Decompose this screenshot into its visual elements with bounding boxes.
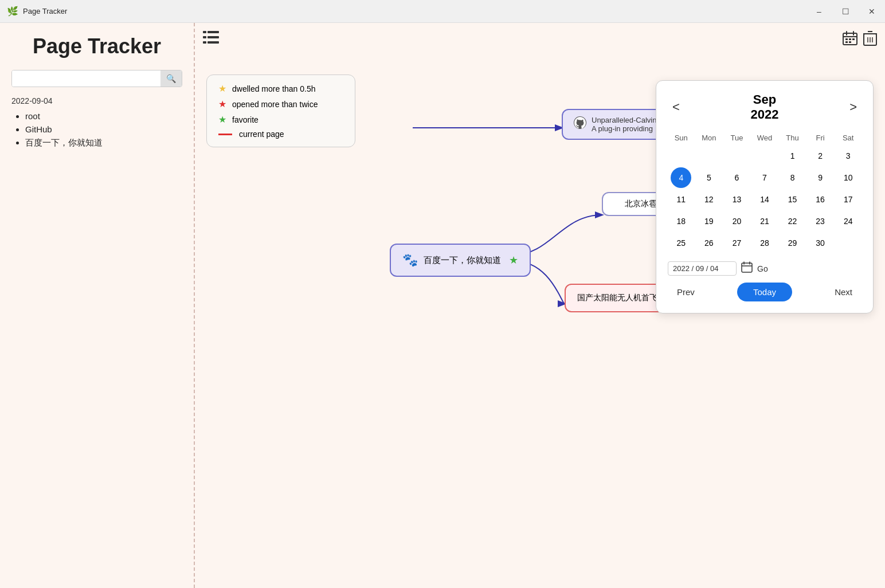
calendar-next-button[interactable]: Next — [825, 283, 861, 301]
cal-header-tue: Tue — [723, 131, 750, 144]
cal-header-sun: Sun — [668, 131, 695, 144]
cal-day-6[interactable]: 6 — [726, 167, 747, 188]
cal-day-23[interactable]: 23 — [810, 211, 831, 232]
calendar-panel: < Sep 2022 > Sun Mon Tue Wed Thu Fri Sat — [656, 80, 874, 313]
search-input[interactable] — [12, 70, 160, 87]
favorite-icon: ★ — [218, 114, 226, 125]
cal-day-11[interactable]: 11 — [671, 189, 691, 210]
cal-day-13[interactable]: 13 — [726, 189, 747, 210]
svg-rect-0 — [203, 31, 206, 33]
cal-day-1[interactable]: 1 — [782, 146, 803, 166]
date-label: 2022-09-04 — [11, 96, 182, 105]
calendar-go-button[interactable]: Go — [757, 264, 768, 273]
cal-header-thu: Thu — [779, 131, 806, 144]
cal-day-18[interactable]: 18 — [671, 211, 691, 232]
cal-day-17[interactable]: 17 — [838, 189, 859, 210]
cal-header-mon: Mon — [696, 131, 723, 144]
baidu-paw-icon: 🐾 — [402, 253, 418, 268]
cal-day-22[interactable]: 22 — [782, 211, 803, 232]
main-layout: Page Tracker 🔍 2022-09-04 root GitHub 百度… — [0, 23, 885, 588]
cal-day-8[interactable]: 8 — [782, 167, 803, 188]
current-label: current page — [239, 130, 284, 139]
sidebar-title: Page Tracker — [11, 34, 182, 58]
opened-icon: ★ — [218, 99, 226, 109]
cal-day-26[interactable]: 26 — [699, 233, 719, 253]
svg-rect-22 — [742, 263, 752, 272]
cal-day-21[interactable]: 21 — [754, 211, 775, 232]
titlebar: 🌿 Page Tracker – ☐ ✕ — [0, 0, 885, 23]
cal-day-7[interactable]: 7 — [754, 167, 775, 188]
cal-empty-4 — [754, 146, 775, 166]
calendar-date-input[interactable] — [668, 261, 737, 276]
cal-day-29[interactable]: 29 — [782, 233, 803, 253]
calendar-next-month-button[interactable]: > — [845, 100, 861, 115]
svg-rect-4 — [203, 41, 206, 44]
close-button[interactable]: ✕ — [859, 0, 885, 23]
cal-day-12[interactable]: 12 — [699, 189, 719, 210]
cal-day-14[interactable]: 14 — [754, 189, 775, 210]
cal-day-10[interactable]: 10 — [838, 167, 859, 188]
legend-item-favorite: ★ favorite — [218, 114, 343, 125]
legend-item-opened: ★ opened more than twice — [218, 99, 343, 109]
calendar-month: Sep — [751, 92, 779, 107]
cal-header-fri: Fri — [807, 131, 834, 144]
legend-item-dwell: ★ dwelled more than 0.5h — [218, 83, 343, 94]
window-controls: – ☐ ✕ — [806, 0, 885, 23]
baidu-favorite-star-icon: ★ — [509, 254, 518, 266]
cal-day-2[interactable]: 2 — [810, 146, 831, 166]
github-icon — [573, 116, 587, 133]
svg-rect-1 — [207, 31, 219, 33]
app-icon: 🌿 — [7, 6, 18, 17]
cal-empty-1 — [671, 146, 691, 166]
cal-empty-3 — [726, 146, 747, 166]
top-right-buttons — [843, 31, 877, 49]
cal-day-30[interactable]: 30 — [810, 233, 831, 253]
calendar-today-button[interactable]: Today — [737, 283, 792, 301]
calendar-footer-input: Go — [668, 261, 861, 276]
cal-day-24[interactable]: 24 — [838, 211, 859, 232]
cal-day-20[interactable]: 20 — [726, 211, 747, 232]
search-bar: 🔍 — [11, 70, 182, 87]
list-view-button[interactable] — [203, 31, 219, 46]
cal-header-sat: Sat — [835, 131, 861, 144]
legend-box: ★ dwelled more than 0.5h ★ opened more t… — [206, 75, 355, 147]
cal-header-wed: Wed — [751, 131, 778, 144]
cal-day-27[interactable]: 27 — [726, 233, 747, 253]
cal-day-19[interactable]: 19 — [699, 211, 719, 232]
content-area: ★ dwelled more than 0.5h ★ opened more t… — [195, 23, 885, 588]
nav-item-baidu[interactable]: 百度一下，你就知道 — [25, 138, 182, 148]
maximize-button[interactable]: ☐ — [832, 0, 859, 23]
svg-rect-2 — [203, 36, 206, 38]
svg-rect-5 — [207, 41, 219, 44]
app-title: Page Tracker — [23, 7, 67, 15]
cal-empty-2 — [699, 146, 719, 166]
baidu-main-text: 百度一下，你就知道 — [424, 255, 501, 266]
delete-button[interactable] — [863, 31, 877, 49]
cal-day-16[interactable]: 16 — [810, 189, 831, 210]
svg-rect-13 — [845, 41, 848, 43]
nav-item-github[interactable]: GitHub — [25, 124, 182, 134]
cal-day-3[interactable]: 3 — [838, 146, 859, 166]
cal-day-25[interactable]: 25 — [671, 233, 691, 253]
cal-day-15[interactable]: 15 — [782, 189, 803, 210]
svg-rect-14 — [849, 41, 851, 43]
cal-day-28[interactable]: 28 — [754, 233, 775, 253]
calendar-prev-button[interactable]: Prev — [668, 283, 704, 301]
svg-rect-12 — [852, 38, 855, 40]
minimize-button[interactable]: – — [806, 0, 832, 23]
search-button[interactable]: 🔍 — [160, 70, 182, 87]
svg-rect-10 — [845, 38, 848, 40]
calendar-month-year: Sep 2022 — [751, 92, 779, 122]
calendar-year: 2022 — [751, 107, 779, 122]
nav-item-root[interactable]: root — [25, 111, 182, 121]
calendar-small-icon[interactable] — [741, 261, 753, 276]
cal-day-5[interactable]: 5 — [699, 167, 719, 188]
cal-day-4[interactable]: 4 — [671, 167, 691, 188]
node-baidu-main[interactable]: 🐾 百度一下，你就知道 ★ — [390, 244, 531, 277]
calendar-prev-month-button[interactable]: < — [668, 100, 684, 115]
svg-rect-11 — [849, 38, 851, 40]
opened-label: opened more than twice — [232, 100, 318, 109]
calendar-button[interactable] — [843, 31, 857, 49]
cal-day-9[interactable]: 9 — [810, 167, 831, 188]
favorite-label: favorite — [232, 115, 259, 124]
